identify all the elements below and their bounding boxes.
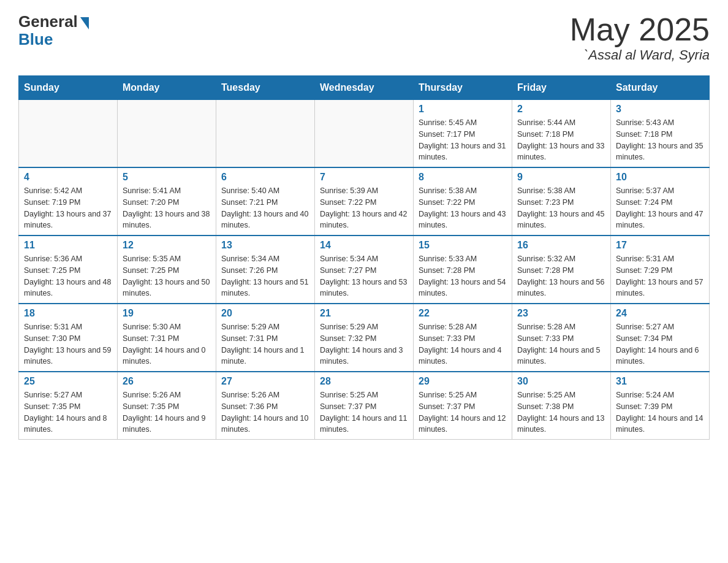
day-number: 18: [24, 308, 112, 319]
day-of-week-header: Friday: [512, 76, 611, 100]
day-number: 27: [221, 376, 309, 387]
day-info: Sunrise: 5:28 AMSunset: 7:33 PMDaylight:…: [419, 321, 507, 367]
calendar-day-cell: [118, 100, 216, 168]
day-number: 14: [320, 240, 408, 251]
calendar-day-cell: 11Sunrise: 5:36 AMSunset: 7:25 PMDayligh…: [19, 236, 118, 304]
calendar-table: SundayMondayTuesdayWednesdayThursdayFrid…: [18, 75, 710, 440]
calendar-day-cell: 15Sunrise: 5:33 AMSunset: 7:28 PMDayligh…: [414, 236, 512, 304]
calendar-day-cell: 30Sunrise: 5:25 AMSunset: 7:38 PMDayligh…: [512, 372, 611, 440]
day-of-week-header: Saturday: [611, 76, 710, 100]
day-info: Sunrise: 5:45 AMSunset: 7:17 PMDaylight:…: [419, 117, 507, 163]
calendar-day-cell: 10Sunrise: 5:37 AMSunset: 7:24 PMDayligh…: [611, 167, 710, 236]
calendar-day-cell: 8Sunrise: 5:38 AMSunset: 7:22 PMDaylight…: [414, 167, 512, 236]
day-number: 20: [221, 308, 309, 319]
month-year-title: May 2025: [570, 12, 710, 47]
day-number: 24: [616, 308, 704, 319]
calendar-day-cell: 3Sunrise: 5:43 AMSunset: 7:18 PMDaylight…: [611, 100, 710, 168]
day-info: Sunrise: 5:44 AMSunset: 7:18 PMDaylight:…: [517, 117, 605, 163]
calendar-day-cell: 2Sunrise: 5:44 AMSunset: 7:18 PMDaylight…: [512, 100, 611, 168]
day-number: 4: [24, 172, 112, 183]
day-number: 15: [419, 240, 507, 251]
day-info: Sunrise: 5:39 AMSunset: 7:22 PMDaylight:…: [320, 185, 408, 231]
day-number: 13: [221, 240, 309, 251]
day-info: Sunrise: 5:32 AMSunset: 7:28 PMDaylight:…: [517, 253, 605, 299]
day-info: Sunrise: 5:34 AMSunset: 7:27 PMDaylight:…: [320, 253, 408, 299]
calendar-week-row: 18Sunrise: 5:31 AMSunset: 7:30 PMDayligh…: [19, 304, 710, 372]
calendar-week-row: 11Sunrise: 5:36 AMSunset: 7:25 PMDayligh…: [19, 236, 710, 304]
day-number: 2: [517, 104, 605, 115]
calendar-day-cell: 18Sunrise: 5:31 AMSunset: 7:30 PMDayligh…: [19, 304, 118, 372]
calendar-day-cell: 28Sunrise: 5:25 AMSunset: 7:37 PMDayligh…: [315, 372, 414, 440]
day-number: 5: [123, 172, 211, 183]
calendar-day-cell: 12Sunrise: 5:35 AMSunset: 7:25 PMDayligh…: [118, 236, 216, 304]
day-of-week-header: Thursday: [414, 76, 512, 100]
calendar-day-cell: 16Sunrise: 5:32 AMSunset: 7:28 PMDayligh…: [512, 236, 611, 304]
calendar-day-cell: 13Sunrise: 5:34 AMSunset: 7:26 PMDayligh…: [216, 236, 315, 304]
day-number: 17: [616, 240, 704, 251]
day-info: Sunrise: 5:24 AMSunset: 7:39 PMDaylight:…: [616, 389, 704, 435]
day-of-week-header: Tuesday: [216, 76, 315, 100]
calendar-day-cell: 19Sunrise: 5:30 AMSunset: 7:31 PMDayligh…: [118, 304, 216, 372]
day-number: 1: [419, 104, 507, 115]
day-info: Sunrise: 5:25 AMSunset: 7:37 PMDaylight:…: [320, 389, 408, 435]
day-number: 11: [24, 240, 112, 251]
day-number: 22: [419, 308, 507, 319]
calendar-day-cell: 22Sunrise: 5:28 AMSunset: 7:33 PMDayligh…: [414, 304, 512, 372]
day-number: 8: [419, 172, 507, 183]
day-number: 31: [616, 376, 704, 387]
logo-blue-text: Blue: [18, 30, 53, 49]
day-number: 26: [123, 376, 211, 387]
day-number: 12: [123, 240, 211, 251]
location-subtitle: `Assal al Ward, Syria: [570, 47, 710, 63]
day-info: Sunrise: 5:30 AMSunset: 7:31 PMDaylight:…: [123, 321, 211, 367]
calendar-day-cell: 25Sunrise: 5:27 AMSunset: 7:35 PMDayligh…: [19, 372, 118, 440]
day-info: Sunrise: 5:31 AMSunset: 7:30 PMDaylight:…: [24, 321, 112, 367]
calendar-day-cell: 6Sunrise: 5:40 AMSunset: 7:21 PMDaylight…: [216, 167, 315, 236]
day-number: 7: [320, 172, 408, 183]
calendar-day-cell: 23Sunrise: 5:28 AMSunset: 7:33 PMDayligh…: [512, 304, 611, 372]
day-info: Sunrise: 5:43 AMSunset: 7:18 PMDaylight:…: [616, 117, 704, 163]
title-section: May 2025 `Assal al Ward, Syria: [570, 12, 710, 63]
day-number: 3: [616, 104, 704, 115]
day-info: Sunrise: 5:29 AMSunset: 7:31 PMDaylight:…: [221, 321, 309, 367]
day-info: Sunrise: 5:40 AMSunset: 7:21 PMDaylight:…: [221, 185, 309, 231]
day-info: Sunrise: 5:41 AMSunset: 7:20 PMDaylight:…: [123, 185, 211, 231]
day-info: Sunrise: 5:38 AMSunset: 7:22 PMDaylight:…: [419, 185, 507, 231]
day-number: 28: [320, 376, 408, 387]
calendar-day-cell: 17Sunrise: 5:31 AMSunset: 7:29 PMDayligh…: [611, 236, 710, 304]
day-number: 19: [123, 308, 211, 319]
day-info: Sunrise: 5:27 AMSunset: 7:35 PMDaylight:…: [24, 389, 112, 435]
calendar-day-cell: 26Sunrise: 5:26 AMSunset: 7:35 PMDayligh…: [118, 372, 216, 440]
day-info: Sunrise: 5:36 AMSunset: 7:25 PMDaylight:…: [24, 253, 112, 299]
day-number: 23: [517, 308, 605, 319]
day-number: 6: [221, 172, 309, 183]
day-info: Sunrise: 5:26 AMSunset: 7:35 PMDaylight:…: [123, 389, 211, 435]
calendar-week-row: 4Sunrise: 5:42 AMSunset: 7:19 PMDaylight…: [19, 167, 710, 236]
calendar-day-cell: 29Sunrise: 5:25 AMSunset: 7:37 PMDayligh…: [414, 372, 512, 440]
calendar-day-cell: [216, 100, 315, 168]
calendar-day-cell: 7Sunrise: 5:39 AMSunset: 7:22 PMDaylight…: [315, 167, 414, 236]
day-number: 29: [419, 376, 507, 387]
day-info: Sunrise: 5:33 AMSunset: 7:28 PMDaylight:…: [419, 253, 507, 299]
calendar-day-cell: 5Sunrise: 5:41 AMSunset: 7:20 PMDaylight…: [118, 167, 216, 236]
day-number: 10: [616, 172, 704, 183]
calendar-week-row: 25Sunrise: 5:27 AMSunset: 7:35 PMDayligh…: [19, 372, 710, 440]
calendar-day-cell: [315, 100, 414, 168]
day-number: 21: [320, 308, 408, 319]
page-header: General Blue May 2025 `Assal al Ward, Sy…: [18, 12, 710, 63]
calendar-day-cell: 9Sunrise: 5:38 AMSunset: 7:23 PMDaylight…: [512, 167, 611, 236]
calendar-day-cell: [19, 100, 118, 168]
day-info: Sunrise: 5:25 AMSunset: 7:37 PMDaylight:…: [419, 389, 507, 435]
day-number: 16: [517, 240, 605, 251]
day-info: Sunrise: 5:42 AMSunset: 7:19 PMDaylight:…: [24, 185, 112, 231]
calendar-day-cell: 27Sunrise: 5:26 AMSunset: 7:36 PMDayligh…: [216, 372, 315, 440]
day-number: 9: [517, 172, 605, 183]
day-info: Sunrise: 5:34 AMSunset: 7:26 PMDaylight:…: [221, 253, 309, 299]
logo-general-text: General: [18, 12, 78, 31]
day-number: 30: [517, 376, 605, 387]
calendar-day-cell: 31Sunrise: 5:24 AMSunset: 7:39 PMDayligh…: [611, 372, 710, 440]
calendar-day-cell: 14Sunrise: 5:34 AMSunset: 7:27 PMDayligh…: [315, 236, 414, 304]
day-info: Sunrise: 5:25 AMSunset: 7:38 PMDaylight:…: [517, 389, 605, 435]
day-info: Sunrise: 5:37 AMSunset: 7:24 PMDaylight:…: [616, 185, 704, 231]
logo-triangle-icon: [80, 17, 89, 29]
